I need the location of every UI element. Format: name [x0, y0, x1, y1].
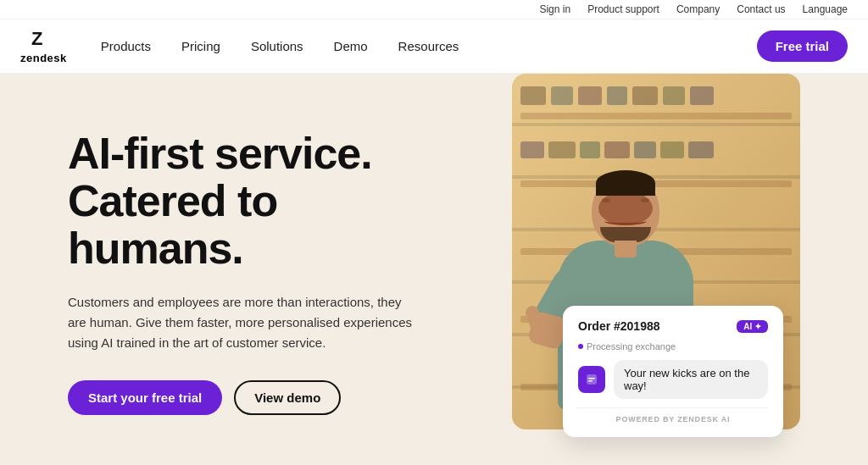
nav-resources[interactable]: Resources: [398, 39, 459, 53]
hero-content-left: AI-first service. Catered to humans. Cus…: [68, 130, 451, 415]
nav-links: Products Pricing Solutions Demo Resource…: [101, 39, 757, 54]
main-navigation: Z zendesk Products Pricing Solutions Dem…: [0, 19, 868, 74]
hero-content-right: Order #201988 AI ✦ Processing exchange Y…: [451, 74, 800, 465]
hero-buttons: Start your free trial View demo: [68, 380, 417, 415]
nav-solutions[interactable]: Solutions: [251, 39, 303, 53]
svg-rect-1: [587, 374, 597, 385]
nav-pricing[interactable]: Pricing: [181, 39, 220, 53]
language-link[interactable]: Language: [803, 3, 848, 15]
logo[interactable]: Z zendesk: [20, 28, 67, 64]
chat-card: Order #201988 AI ✦ Processing exchange Y…: [563, 306, 783, 437]
product-support-link[interactable]: Product support: [587, 3, 659, 15]
nav-products[interactable]: Products: [101, 39, 151, 53]
start-free-trial-button[interactable]: Start your free trial: [68, 380, 222, 415]
chat-message-row: Your new kicks are on the way!: [578, 360, 768, 399]
svg-rect-2: [588, 378, 595, 379]
view-demo-button[interactable]: View demo: [234, 380, 341, 415]
nav-demo[interactable]: Demo: [334, 39, 368, 53]
hero-section: AI-first service. Catered to humans. Cus…: [0, 74, 868, 465]
processing-dot-icon: [578, 344, 583, 349]
processing-label: Processing exchange: [587, 341, 676, 352]
hero-heading: AI-first service. Catered to humans.: [68, 130, 417, 272]
chat-bubble: Your new kicks are on the way!: [614, 360, 768, 399]
chat-avatar-icon: [578, 366, 605, 393]
logo-icon: Z: [31, 28, 55, 52]
chat-footer: POWERED BY ZENDESK AI: [578, 407, 768, 423]
svg-rect-3: [588, 380, 593, 382]
free-trial-button[interactable]: Free trial: [757, 30, 848, 62]
logo-text: zendesk: [20, 52, 67, 64]
sign-in-link[interactable]: Sign in: [539, 3, 570, 15]
ai-badge: AI ✦: [737, 320, 768, 333]
order-number: Order #201988: [578, 319, 660, 333]
chat-processing: Processing exchange: [578, 341, 768, 352]
svg-text:Z: Z: [31, 28, 42, 48]
chat-card-header: Order #201988 AI ✦: [578, 319, 768, 333]
contact-us-link[interactable]: Contact us: [737, 3, 785, 15]
person-head: [592, 174, 659, 246]
utility-bar: Sign in Product support Company Contact …: [0, 0, 868, 19]
hero-subtext: Customers and employees are more than in…: [68, 292, 417, 353]
company-link[interactable]: Company: [676, 3, 720, 15]
